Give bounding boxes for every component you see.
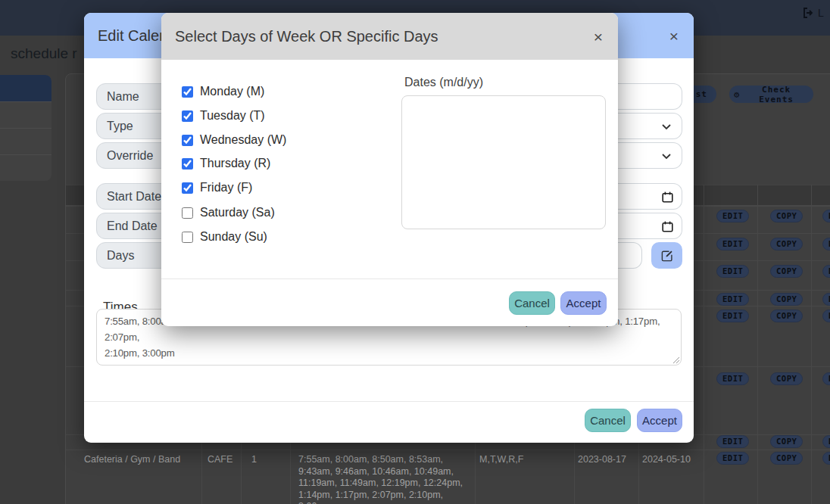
thursday-label: Thursday (R) <box>200 157 270 170</box>
grid-line <box>66 450 830 450</box>
select-days-modal-header: Select Days of Week OR Specific Days × <box>161 13 618 60</box>
day-row-friday: Friday (F) <box>182 181 252 194</box>
type-label: Type <box>96 113 172 139</box>
days-label: Days <box>96 242 172 269</box>
select-days-title: Select Days of Week OR Specific Days <box>175 28 592 45</box>
wednesday-label: Wednesday (W) <box>200 133 286 147</box>
sidebar-item-active[interactable] <box>0 75 51 101</box>
edit-button[interactable]: EDIT <box>716 238 749 250</box>
copy-button[interactable]: COPY <box>770 238 803 250</box>
check-list-label: st <box>696 89 707 99</box>
copy-button[interactable]: COPY <box>770 372 803 385</box>
page-title: schedule r <box>11 45 77 62</box>
day-row-sunday: Sunday (Su) <box>182 230 267 244</box>
dates-label: Dates (m/d/yy) <box>404 76 483 89</box>
edit-button[interactable]: EDIT <box>716 435 749 448</box>
gear-icon: ⚙ <box>734 89 739 100</box>
resize-handle-icon[interactable] <box>672 356 680 364</box>
check-events-button[interactable]: ⚙ Check Events <box>729 86 813 103</box>
override-label: Override <box>96 142 172 169</box>
calendar-icon <box>662 221 673 232</box>
delete-button[interactable]: DELETE <box>822 238 830 250</box>
saturday-label: Saturday (Sa) <box>200 206 275 219</box>
close-icon[interactable]: × <box>668 28 680 44</box>
modal-footer-divider <box>161 278 618 279</box>
delete-button[interactable]: DELETE <box>822 435 830 448</box>
calendar-icon <box>662 191 673 203</box>
copy-button[interactable]: COPY <box>770 452 803 465</box>
edit-button[interactable]: EDIT <box>716 210 749 222</box>
tuesday-checkbox[interactable] <box>182 110 193 122</box>
copy-button[interactable]: COPY <box>770 293 803 306</box>
check-events-label: Check Events <box>744 85 809 104</box>
tuesday-label: Tuesday (T) <box>200 109 265 123</box>
sidebar-item[interactable] <box>0 128 51 154</box>
dates-textarea[interactable] <box>401 95 606 229</box>
copy-button[interactable]: COPY <box>770 435 803 448</box>
chevron-down-icon <box>662 154 671 160</box>
sunday-label: Sunday (Su) <box>200 230 267 244</box>
delete-button[interactable]: DELETE <box>822 265 830 278</box>
sidebar-item[interactable] <box>0 154 51 181</box>
copy-button[interactable]: COPY <box>770 210 803 222</box>
friday-label: Friday (F) <box>200 181 252 194</box>
copy-button[interactable]: COPY <box>770 265 803 278</box>
copy-button[interactable]: COPY <box>770 310 803 322</box>
edit-button[interactable]: EDIT <box>716 293 749 306</box>
delete-button[interactable]: DELETE <box>822 372 830 385</box>
day-row-wednesday: Wednesday (W) <box>182 133 286 147</box>
logout-label: L <box>818 7 824 19</box>
sidebar-item[interactable] <box>0 101 51 128</box>
logout-button[interactable]: L <box>803 7 824 19</box>
cell-name: Cafeteria / Gym / Band <box>84 454 198 466</box>
close-icon[interactable]: × <box>592 29 604 45</box>
sidebar-list <box>0 75 51 181</box>
cell-times: 7:55am, 8:00am, 8:50am, 8:53am, 9:43am, … <box>298 454 470 504</box>
delete-button[interactable]: DELETE <box>822 310 830 322</box>
cell-override: 1 <box>251 454 257 466</box>
day-row-tuesday: Tuesday (T) <box>182 109 265 123</box>
modal-footer-divider <box>84 401 694 402</box>
logout-icon <box>803 8 815 18</box>
accept-button[interactable]: Accept <box>560 291 607 315</box>
cancel-button[interactable]: Cancel <box>509 291 555 315</box>
monday-checkbox[interactable] <box>182 86 193 98</box>
cell-end-date: 2024-05-10 <box>642 454 691 466</box>
saturday-checkbox[interactable] <box>182 207 193 219</box>
sunday-checkbox[interactable] <box>182 232 193 243</box>
cell-start-date: 2023-08-17 <box>578 454 626 466</box>
end-date-label: End Date <box>96 213 172 239</box>
delete-button[interactable]: DELETE <box>822 293 830 306</box>
start-date-label: Start Date <box>96 183 172 210</box>
dates-field <box>401 95 606 229</box>
screen: L schedule r st ⚙ Check Events <box>0 0 830 504</box>
edit-button[interactable]: EDIT <box>716 372 749 385</box>
edit-square-icon <box>661 250 673 262</box>
wednesday-checkbox[interactable] <box>182 135 193 146</box>
delete-button[interactable]: DELETE <box>822 210 830 222</box>
cancel-button[interactable]: Cancel <box>585 409 631 432</box>
day-row-saturday: Saturday (Sa) <box>182 206 275 219</box>
accept-button[interactable]: Accept <box>637 409 682 432</box>
delete-button[interactable]: DELETE <box>822 452 830 465</box>
thursday-checkbox[interactable] <box>182 158 193 170</box>
select-days-modal: Select Days of Week OR Specific Days × M… <box>161 13 618 326</box>
friday-checkbox[interactable] <box>182 182 193 194</box>
edit-button[interactable]: EDIT <box>716 265 749 278</box>
day-row-monday: Monday (M) <box>182 85 264 98</box>
monday-label: Monday (M) <box>200 85 264 98</box>
edit-days-button[interactable] <box>651 242 682 269</box>
name-label: Name <box>96 83 172 110</box>
edit-button[interactable]: EDIT <box>716 452 749 465</box>
edit-button[interactable]: EDIT <box>716 310 749 322</box>
chevron-down-icon <box>662 124 671 130</box>
day-row-thursday: Thursday (R) <box>182 157 270 170</box>
cell-days: M,T,W,R,F <box>479 454 523 466</box>
cell-type: CAFE <box>208 454 232 466</box>
